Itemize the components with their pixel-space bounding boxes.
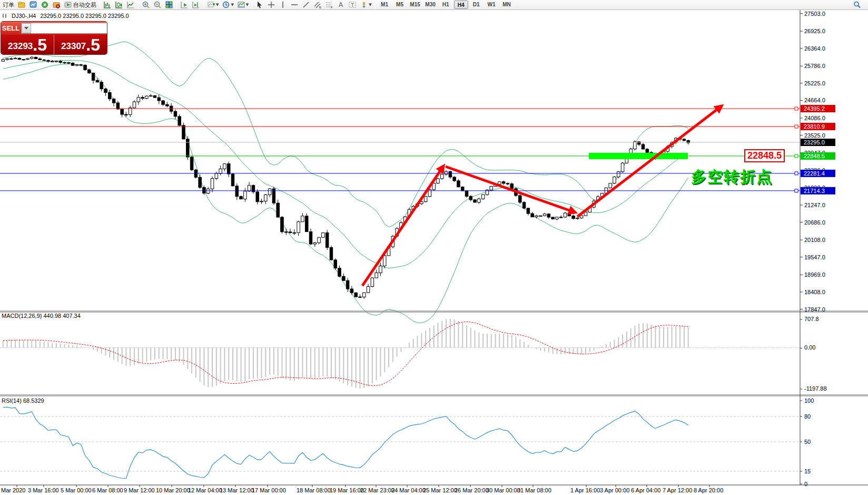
buy-price[interactable]: 23307 .5 xyxy=(54,35,107,54)
zoom-out-icon xyxy=(153,1,162,9)
autotrading-label: 自动交易 xyxy=(73,1,96,9)
arrows-tool-button[interactable]: ▼ xyxy=(358,1,373,9)
svg-text:0: 0 xyxy=(804,481,807,487)
indicators-dropdown-arrow[interactable]: ▼ xyxy=(216,3,219,7)
tile-windows-button[interactable] xyxy=(163,1,175,9)
price-axis[interactable]: 27503.026925.026364.025786.025225.024664… xyxy=(795,11,835,313)
toolbar-separator xyxy=(100,1,100,9)
buy-price-fraction: .5 xyxy=(86,37,100,53)
candlestick-mode-button[interactable] xyxy=(113,1,125,9)
zoom-out-button[interactable] xyxy=(152,1,163,9)
chart-shift-button[interactable] xyxy=(190,1,202,9)
horizontal-line-tool-button[interactable] xyxy=(289,1,300,9)
svg-text:23525.0: 23525.0 xyxy=(804,132,825,139)
timeframe-m1[interactable]: M1 xyxy=(378,1,392,9)
sell-price[interactable]: 23293 .5 xyxy=(1,35,54,54)
trendline-tool-button[interactable] xyxy=(300,1,312,9)
text-label-icon: T xyxy=(348,1,357,9)
equidistant-channel-tool-button[interactable]: E xyxy=(312,1,323,9)
text-label-tool-button[interactable]: T xyxy=(347,1,358,9)
periods-dropdown-arrow[interactable]: ▼ xyxy=(231,3,233,7)
bollinger-bands xyxy=(3,42,688,323)
periods-button[interactable]: ▼ xyxy=(220,1,235,9)
auto-scroll-button[interactable] xyxy=(179,1,190,9)
data-signal-button[interactable] xyxy=(39,1,51,9)
timeframe-w1[interactable]: W1 xyxy=(485,1,499,9)
history-center-icon xyxy=(52,1,61,9)
svg-text:21247.0: 21247.0 xyxy=(804,202,825,208)
line-chart-icon xyxy=(126,1,135,9)
price-tag-21714.3: 21714.3 xyxy=(804,188,825,194)
auto-scroll-icon xyxy=(180,1,189,9)
svg-text:25786.0: 25786.0 xyxy=(804,63,825,69)
timeframe-m15[interactable]: M15 xyxy=(408,1,422,9)
charts-profile-button[interactable] xyxy=(16,1,27,9)
time-label: 6 Mar 08:00 xyxy=(92,487,123,493)
templates-button[interactable]: ▼ xyxy=(235,1,250,9)
svg-text:24086.0: 24086.0 xyxy=(804,115,825,121)
rsi-indicator-label: RSI(14) 68.5329 xyxy=(2,397,44,404)
timeframe-m5[interactable]: M5 xyxy=(393,1,407,9)
sell-button[interactable]: SELL xyxy=(2,24,19,32)
cursor-tool-button[interactable] xyxy=(254,1,265,9)
zoom-in-button[interactable] xyxy=(140,1,152,9)
arrows-icon xyxy=(360,1,368,9)
vertical-line-tool-button[interactable] xyxy=(277,1,289,9)
bar-chart-icon xyxy=(103,1,112,9)
new-order-button[interactable]: 订单 xyxy=(0,1,16,9)
timeframe-mn[interactable]: MN xyxy=(500,1,514,9)
indicators-button[interactable]: ▼ xyxy=(205,1,220,9)
time-label: 13 Mar 12:00 xyxy=(220,487,254,493)
chart-shift-icon xyxy=(192,1,200,9)
timeframe-h4[interactable]: H4 xyxy=(454,1,468,9)
arrows-dropdown-arrow[interactable]: ▼ xyxy=(369,3,371,7)
price-tag-22281.4: 22281.4 xyxy=(804,170,825,177)
line-chart-mode-button[interactable] xyxy=(125,1,136,9)
timeframe-h1[interactable]: H1 xyxy=(439,1,453,9)
horizontal-level-lines xyxy=(0,109,800,191)
autotrading-icon xyxy=(64,1,72,9)
svg-text:100: 100 xyxy=(804,397,814,404)
search-button[interactable] xyxy=(851,1,863,9)
timeframe-d1[interactable]: D1 xyxy=(469,1,484,9)
sell-price-main: 23293 xyxy=(8,40,33,53)
market-watch-button[interactable] xyxy=(27,1,39,9)
toolbar-separator xyxy=(203,1,204,9)
macd-indicator-label: MACD(12,26,9) 440.98 407.34 xyxy=(2,313,81,319)
chart-surface[interactable]: 27503.026925.026364.025786.025225.024664… xyxy=(0,10,868,495)
volume-decrease-button[interactable] xyxy=(22,23,31,33)
chart-header: DJ30-,H4 23295.0 23295.0 23295.0 23295.0 xyxy=(2,13,129,19)
tile-windows-icon xyxy=(165,1,173,9)
price-level-callout: 22848.5 xyxy=(744,149,785,162)
chart-window: 27503.026925.026364.025786.025225.024664… xyxy=(0,10,868,495)
text-tool-button[interactable]: A xyxy=(335,1,347,9)
timeframe-bar: M1M5M15M30H1H4D1W1MN xyxy=(377,1,515,9)
svg-text:20686.0: 20686.0 xyxy=(804,219,825,226)
crosshair-tool-button[interactable] xyxy=(265,1,277,9)
indicator-axes: 707.80.00-1197.881008050150 xyxy=(800,316,827,487)
bar-chart-mode-button[interactable] xyxy=(102,1,113,9)
history-center-button[interactable] xyxy=(51,1,62,9)
fibonacci-tool-button[interactable]: F xyxy=(323,1,335,9)
data-signal-icon xyxy=(41,1,49,9)
toolbar-separator xyxy=(176,1,177,9)
time-label: 1 Apr 16:00 xyxy=(570,487,600,493)
time-label: 6 Apr 04:00 xyxy=(631,487,660,493)
toolbar-separator xyxy=(252,1,252,9)
svg-text:18969.0: 18969.0 xyxy=(804,271,825,278)
time-axis[interactable]: Mar 20203 Mar 16:005 Mar 00:006 Mar 08:0… xyxy=(1,485,723,493)
time-label: 3 Mar 16:00 xyxy=(28,487,59,493)
templates-dropdown-arrow[interactable]: ▼ xyxy=(246,3,249,7)
svg-text:-1197.88: -1197.88 xyxy=(804,385,827,392)
macd-panel xyxy=(0,319,800,389)
svg-text:24664.0: 24664.0 xyxy=(804,97,825,103)
svg-text:26364.0: 26364.0 xyxy=(804,45,825,52)
svg-text:50: 50 xyxy=(804,439,811,445)
volume-input[interactable] xyxy=(31,23,107,33)
fibonacci-icon: F xyxy=(325,1,333,9)
timeframe-m30[interactable]: M30 xyxy=(423,1,438,9)
toolbar-separator xyxy=(138,1,139,9)
svg-text:27503.0: 27503.0 xyxy=(804,11,825,17)
price-tag-22848.5: 22848.5 xyxy=(804,153,825,159)
autotrading-button[interactable]: 自动交易 xyxy=(62,1,98,9)
